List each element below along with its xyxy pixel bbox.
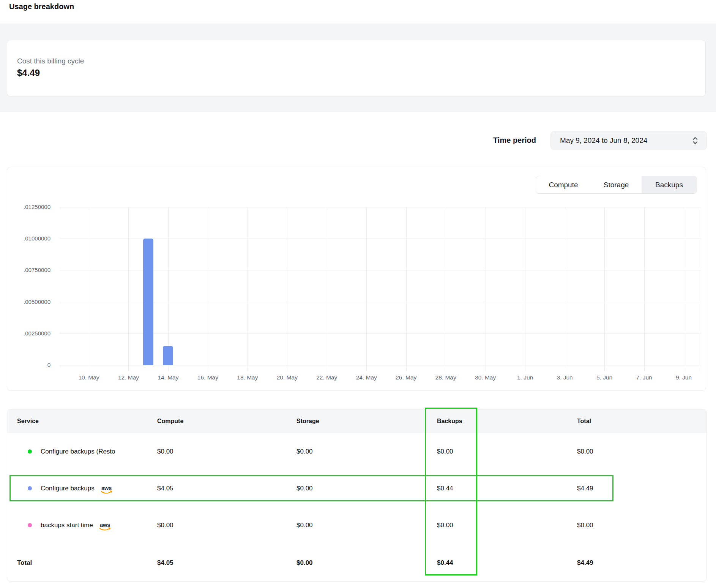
y-axis-label: .01250000: [7, 204, 50, 210]
aws-logo-icon: aws: [100, 484, 114, 495]
x-gridline: [89, 207, 89, 371]
svg-text:aws: aws: [101, 485, 112, 491]
x-axis-label: 3. Jun: [545, 374, 585, 381]
usage-table: Service Compute Storage Backups Total Co…: [7, 409, 707, 582]
x-axis-label: 5. Jun: [585, 374, 624, 381]
storage-value: $0.00: [296, 485, 437, 492]
backups-value: $0.00: [437, 522, 577, 529]
compute-value: $0.00: [157, 522, 296, 529]
time-period-select[interactable]: May 9, 2024 to Jun 8, 2024: [550, 131, 707, 150]
x-gridline: [208, 207, 208, 371]
tab-backups[interactable]: Backups: [642, 176, 697, 193]
x-gridline: [644, 207, 645, 371]
y-axis-label: 0: [7, 362, 50, 368]
x-axis-label: 14. May: [148, 374, 188, 381]
table-header-row: Service Compute Storage Backups Total: [7, 409, 707, 433]
usage-bar[interactable]: [163, 346, 173, 365]
backups-total: $0.44: [437, 559, 577, 567]
x-axis-label: 7. Jun: [625, 374, 664, 381]
y-axis-label: .00250000: [7, 330, 50, 337]
service-name: backups start time: [41, 522, 93, 529]
plot-right-border: [701, 207, 701, 371]
svg-text:aws: aws: [100, 522, 110, 528]
storage-total: $0.00: [296, 559, 437, 567]
x-axis-label: 18. May: [228, 374, 267, 381]
table-row: backups start time aws $0.00 $0.00 $0.00…: [7, 507, 707, 544]
compute-value: $4.05: [157, 485, 296, 492]
select-chevron-icon: [692, 136, 698, 145]
x-axis-label: 16. May: [188, 374, 227, 381]
table-row: Configure backups aws $4.05 $0.00 $0.44 …: [7, 470, 707, 507]
x-gridline: [287, 207, 287, 371]
time-period-label: Time period: [456, 136, 536, 145]
cost-cycle-value: $4.49: [17, 68, 40, 78]
y-axis-label: .01000000: [7, 235, 50, 242]
table-row: Configure backups (Resto $0.00 $0.00 $0.…: [7, 433, 707, 470]
table-total-row: Total $4.05 $0.00 $0.44 $4.49: [7, 544, 707, 582]
tab-compute[interactable]: Compute: [536, 176, 591, 193]
x-axis-label: 22. May: [307, 374, 347, 381]
x-axis-label: 10. May: [69, 374, 109, 381]
usage-bar[interactable]: [143, 239, 153, 365]
backups-bar-chart: .01250000.01000000.00750000.00500000.002…: [7, 167, 707, 391]
x-gridline: [525, 207, 525, 371]
storage-value: $0.00: [296, 522, 437, 529]
x-axis-label: 24. May: [347, 374, 386, 381]
series-dot-blue: [28, 486, 32, 490]
compute-total: $4.05: [157, 559, 296, 567]
total-value: $0.00: [577, 522, 707, 529]
total-value: $0.00: [577, 448, 707, 455]
x-axis-label: 26. May: [386, 374, 426, 381]
total-value: $4.49: [577, 485, 707, 492]
time-period-value: May 9, 2024 to Jun 8, 2024: [560, 136, 692, 145]
x-gridline: [604, 207, 605, 371]
x-gridline: [248, 207, 248, 371]
storage-value: $0.00: [296, 448, 437, 455]
series-dot-pink: [28, 523, 32, 527]
col-header-backups: Backups: [437, 418, 577, 425]
chart-metric-tabs: Compute Storage Backups: [536, 176, 697, 194]
y-axis-label: .00500000: [7, 299, 50, 305]
service-name: Configure backups (Resto: [41, 448, 115, 455]
col-header-compute: Compute: [157, 418, 296, 425]
compute-value: $0.00: [157, 448, 296, 455]
x-axis-label: 30. May: [466, 374, 505, 381]
backups-value: $0.44: [437, 485, 577, 492]
x-gridline: [406, 207, 407, 371]
x-gridline: [684, 207, 684, 371]
page-title: Usage breakdown: [9, 2, 74, 11]
x-axis-label: 20. May: [267, 374, 307, 381]
summary-section: Cost this billing cycle $4.49: [0, 24, 716, 112]
cost-summary-card: Cost this billing cycle $4.49: [7, 40, 706, 96]
y-axis-label: .00750000: [7, 267, 50, 273]
series-dot-green: [28, 449, 32, 454]
x-axis-label: 9. Jun: [664, 374, 703, 381]
x-axis-label: 1. Jun: [505, 374, 545, 381]
grand-total: $4.49: [577, 559, 707, 567]
x-axis-label: 12. May: [109, 374, 148, 381]
x-gridline: [446, 207, 446, 371]
x-gridline: [486, 207, 486, 371]
service-name: Configure backups: [41, 485, 95, 492]
col-header-storage: Storage: [296, 418, 437, 425]
usage-chart-card: .01250000.01000000.00750000.00500000.002…: [7, 167, 706, 391]
col-header-total: Total: [577, 418, 707, 425]
x-axis-label: 28. May: [426, 374, 465, 381]
tab-storage[interactable]: Storage: [591, 176, 642, 193]
x-gridline: [565, 207, 565, 371]
x-gridline: [128, 207, 129, 371]
col-header-service: Service: [7, 418, 157, 425]
cost-cycle-label: Cost this billing cycle: [17, 57, 84, 65]
aws-logo-icon: aws: [98, 521, 112, 532]
total-row-label: Total: [7, 559, 157, 567]
backups-value: $0.00: [437, 448, 577, 455]
x-gridline: [366, 207, 367, 371]
x-gridline: [327, 207, 327, 371]
